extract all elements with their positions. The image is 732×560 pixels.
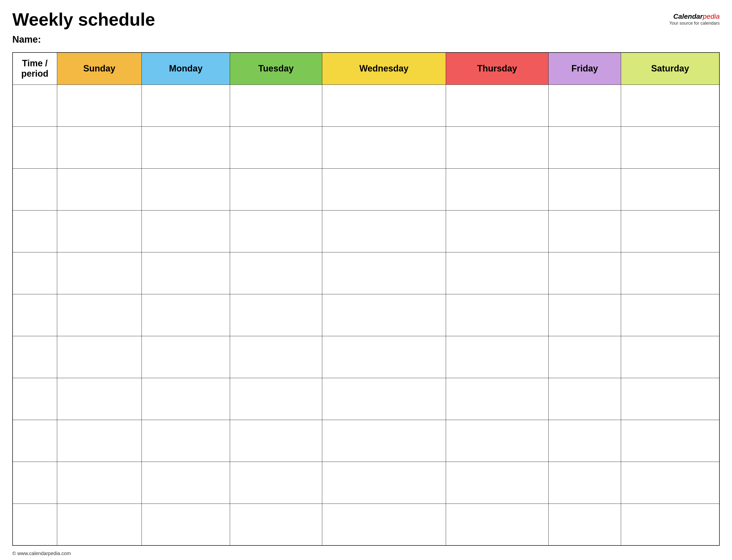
- schedule-cell[interactable]: [142, 210, 230, 252]
- time-cell[interactable]: [13, 168, 57, 210]
- schedule-cell[interactable]: [621, 378, 719, 420]
- schedule-cell[interactable]: [57, 85, 142, 126]
- schedule-cell[interactable]: [142, 85, 230, 126]
- table-row: [13, 168, 719, 210]
- schedule-cell[interactable]: [230, 420, 322, 462]
- table-row: [13, 85, 719, 126]
- schedule-cell[interactable]: [142, 336, 230, 378]
- schedule-cell[interactable]: [549, 168, 621, 210]
- schedule-cell[interactable]: [230, 252, 322, 294]
- schedule-cell[interactable]: [549, 378, 621, 420]
- schedule-cell[interactable]: [57, 462, 142, 504]
- schedule-cell[interactable]: [621, 504, 719, 545]
- schedule-cell[interactable]: [549, 210, 621, 252]
- schedule-cell[interactable]: [621, 85, 719, 126]
- schedule-cell[interactable]: [322, 378, 446, 420]
- time-cell[interactable]: [13, 336, 57, 378]
- schedule-cell[interactable]: [57, 168, 142, 210]
- schedule-cell[interactable]: [230, 168, 322, 210]
- schedule-cell[interactable]: [446, 504, 549, 545]
- schedule-cell[interactable]: [230, 294, 322, 336]
- schedule-cell[interactable]: [142, 126, 230, 168]
- schedule-cell[interactable]: [230, 504, 322, 545]
- schedule-cell[interactable]: [446, 378, 549, 420]
- schedule-cell[interactable]: [549, 504, 621, 545]
- schedule-cell[interactable]: [446, 294, 549, 336]
- footer-website: © www.calendarpedia.com: [12, 551, 71, 556]
- schedule-cell[interactable]: [322, 210, 446, 252]
- time-cell[interactable]: [13, 462, 57, 504]
- schedule-cell[interactable]: [621, 168, 719, 210]
- schedule-cell[interactable]: [621, 336, 719, 378]
- schedule-body: [13, 85, 719, 545]
- schedule-cell[interactable]: [446, 462, 549, 504]
- schedule-cell[interactable]: [446, 336, 549, 378]
- schedule-cell[interactable]: [322, 168, 446, 210]
- schedule-cell[interactable]: [142, 462, 230, 504]
- schedule-cell[interactable]: [322, 462, 446, 504]
- schedule-cell[interactable]: [230, 336, 322, 378]
- schedule-cell[interactable]: [230, 85, 322, 126]
- schedule-cell[interactable]: [57, 378, 142, 420]
- schedule-cell[interactable]: [549, 126, 621, 168]
- schedule-cell[interactable]: [57, 294, 142, 336]
- schedule-cell[interactable]: [322, 252, 446, 294]
- time-cell[interactable]: [13, 294, 57, 336]
- schedule-cell[interactable]: [142, 168, 230, 210]
- schedule-cell[interactable]: [230, 462, 322, 504]
- time-cell[interactable]: [13, 504, 57, 545]
- schedule-cell[interactable]: [230, 210, 322, 252]
- table-row: [13, 378, 719, 420]
- header-row: Time / period Sunday Monday Tuesday Wedn…: [13, 53, 719, 85]
- time-cell[interactable]: [13, 126, 57, 168]
- table-row: [13, 462, 719, 504]
- schedule-cell[interactable]: [57, 420, 142, 462]
- schedule-cell[interactable]: [621, 420, 719, 462]
- schedule-cell[interactable]: [57, 210, 142, 252]
- schedule-cell[interactable]: [446, 168, 549, 210]
- schedule-cell[interactable]: [446, 420, 549, 462]
- schedule-cell[interactable]: [446, 210, 549, 252]
- schedule-cell[interactable]: [322, 294, 446, 336]
- schedule-cell[interactable]: [142, 378, 230, 420]
- schedule-cell[interactable]: [142, 420, 230, 462]
- schedule-cell[interactable]: [57, 252, 142, 294]
- schedule-cell[interactable]: [57, 336, 142, 378]
- schedule-cell[interactable]: [57, 504, 142, 545]
- col-header-tuesday: Tuesday: [230, 53, 322, 85]
- schedule-cell[interactable]: [621, 462, 719, 504]
- schedule-cell[interactable]: [142, 504, 230, 545]
- schedule-cell[interactable]: [549, 420, 621, 462]
- table-row: [13, 504, 719, 545]
- schedule-cell[interactable]: [142, 252, 230, 294]
- schedule-cell[interactable]: [322, 85, 446, 126]
- schedule-cell[interactable]: [230, 126, 322, 168]
- time-cell[interactable]: [13, 420, 57, 462]
- schedule-cell[interactable]: [322, 126, 446, 168]
- schedule-cell[interactable]: [322, 504, 446, 545]
- schedule-cell[interactable]: [549, 462, 621, 504]
- table-row: [13, 336, 719, 378]
- schedule-cell[interactable]: [549, 336, 621, 378]
- time-cell[interactable]: [13, 252, 57, 294]
- schedule-cell[interactable]: [621, 210, 719, 252]
- schedule-cell[interactable]: [57, 126, 142, 168]
- time-cell[interactable]: [13, 85, 57, 126]
- time-cell[interactable]: [13, 210, 57, 252]
- logo-area: Calendarpedia Your source for calendars: [669, 10, 720, 26]
- schedule-cell[interactable]: [446, 85, 549, 126]
- schedule-cell[interactable]: [230, 378, 322, 420]
- schedule-cell[interactable]: [446, 126, 549, 168]
- schedule-cell[interactable]: [621, 294, 719, 336]
- schedule-cell[interactable]: [549, 85, 621, 126]
- schedule-cell[interactable]: [549, 252, 621, 294]
- schedule-cell[interactable]: [549, 294, 621, 336]
- schedule-cell[interactable]: [142, 294, 230, 336]
- schedule-cell[interactable]: [322, 420, 446, 462]
- col-header-wednesday: Wednesday: [322, 53, 446, 85]
- schedule-cell[interactable]: [322, 336, 446, 378]
- time-cell[interactable]: [13, 378, 57, 420]
- schedule-cell[interactable]: [446, 252, 549, 294]
- schedule-cell[interactable]: [621, 126, 719, 168]
- schedule-cell[interactable]: [621, 252, 719, 294]
